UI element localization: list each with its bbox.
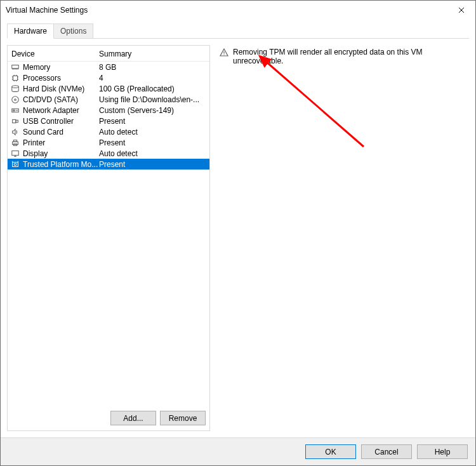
device-summary: Using file D:\Downloads\en-...	[99, 95, 207, 104]
device-name: Sound Card	[23, 128, 63, 136]
device-name: Memory	[23, 63, 50, 72]
column-header-device[interactable]: Device	[10, 50, 99, 58]
svg-point-16	[12, 85, 19, 88]
tabs: Hardware Options	[7, 23, 469, 39]
memory-icon	[10, 62, 20, 72]
device-row[interactable]: Processors4	[8, 72, 209, 83]
device-row[interactable]: DisplayAuto detect	[8, 148, 209, 159]
device-name: Processors	[23, 74, 61, 83]
device-cell: Printer	[10, 138, 99, 148]
device-row[interactable]: PrinterPresent	[8, 137, 209, 148]
cpu-icon	[10, 73, 20, 83]
svg-point-18	[15, 98, 17, 100]
window-title: Virtual Machine Settings	[6, 6, 447, 15]
device-cell: Display	[10, 149, 99, 159]
cd-icon	[10, 95, 20, 105]
tab-options[interactable]: Options	[53, 23, 93, 38]
display-icon	[10, 149, 20, 159]
column-header-summary[interactable]: Summary	[99, 50, 207, 58]
sound-icon	[10, 127, 20, 137]
device-cell: Hard Disk (NVMe)	[10, 84, 99, 94]
svg-line-36	[265, 61, 364, 147]
detail-panel: Removing TPM will render all encrypted d…	[218, 45, 469, 431]
close-icon	[458, 7, 465, 13]
svg-point-17	[12, 96, 19, 103]
device-summary: Custom (Servers-149)	[99, 106, 207, 115]
device-row[interactable]: USB ControllerPresent	[8, 116, 209, 126]
device-name: Trusted Platform Mo...	[23, 160, 98, 169]
disk-icon	[10, 84, 20, 94]
warning-icon	[219, 48, 229, 58]
device-summary: Present	[99, 117, 207, 126]
device-row[interactable]: Trusted Platform Mo...Present	[8, 159, 209, 170]
add-button[interactable]: Add...	[110, 411, 156, 425]
close-button[interactable]	[447, 1, 475, 20]
svg-rect-25	[13, 140, 17, 142]
device-cell: Trusted Platform Mo...	[10, 159, 99, 170]
svg-point-35	[223, 55, 224, 55]
device-list-buttons: Add... Remove	[8, 406, 209, 430]
device-list[interactable]: Memory8 GBProcessors4Hard Disk (NVMe)100…	[8, 62, 209, 406]
tab-hardware[interactable]: Hardware	[7, 23, 54, 39]
device-summary: Auto detect	[99, 128, 207, 136]
svg-rect-22	[13, 119, 16, 123]
device-cell: Sound Card	[10, 127, 99, 137]
svg-rect-23	[16, 120, 18, 123]
annotation-arrow	[249, 51, 376, 159]
device-name: Network Adapter	[23, 106, 79, 115]
warning-message: Removing TPM will render all encrypted d…	[219, 48, 468, 65]
device-cell: Processors	[10, 73, 99, 83]
printer-icon	[10, 138, 20, 148]
svg-rect-0	[12, 65, 19, 68]
device-list-header: Device Summary	[8, 46, 209, 62]
device-name: Hard Disk (NVMe)	[23, 84, 84, 93]
svg-rect-30	[13, 162, 18, 166]
ok-button[interactable]: OK	[305, 444, 356, 459]
tpm-icon	[10, 159, 20, 170]
remove-button[interactable]: Remove	[160, 411, 206, 425]
network-icon	[10, 105, 20, 116]
cancel-button[interactable]: Cancel	[361, 444, 412, 459]
device-summary: 100 GB (Preallocated)	[99, 84, 207, 93]
usb-icon	[10, 116, 20, 126]
footer-buttons: OK Cancel Help	[1, 437, 475, 465]
titlebar: Virtual Machine Settings	[1, 1, 475, 20]
content-area: Device Summary Memory8 GBProcessors4Hard…	[1, 39, 475, 437]
device-summary: Present	[99, 138, 207, 147]
device-cell: CD/DVD (SATA)	[10, 95, 99, 105]
svg-rect-7	[13, 76, 18, 80]
warning-text: Removing TPM will render all encrypted d…	[233, 48, 468, 65]
settings-window: Virtual Machine Settings Hardware Option…	[0, 0, 476, 466]
svg-rect-20	[13, 110, 15, 111]
help-button[interactable]: Help	[417, 444, 468, 459]
tabs-area: Hardware Options	[1, 20, 475, 39]
device-cell: Network Adapter	[10, 105, 99, 116]
device-name: Display	[23, 149, 48, 158]
device-row[interactable]: Sound CardAuto detect	[8, 126, 209, 137]
device-cell: Memory	[10, 62, 99, 72]
device-cell: USB Controller	[10, 116, 99, 126]
device-row[interactable]: Memory8 GB	[8, 62, 209, 72]
device-summary: 4	[99, 74, 207, 83]
device-summary: Auto detect	[99, 149, 207, 158]
device-row[interactable]: Network AdapterCustom (Servers-149)	[8, 105, 209, 116]
device-row[interactable]: Hard Disk (NVMe)100 GB (Preallocated)	[8, 83, 209, 94]
device-name: USB Controller	[23, 117, 74, 126]
device-list-panel: Device Summary Memory8 GBProcessors4Hard…	[7, 45, 210, 431]
device-summary: 8 GB	[99, 63, 207, 72]
device-summary: Present	[99, 160, 207, 169]
svg-rect-27	[12, 150, 19, 155]
svg-point-31	[14, 163, 17, 166]
device-name: Printer	[23, 138, 45, 147]
device-row[interactable]: CD/DVD (SATA)Using file D:\Downloads\en-…	[8, 94, 209, 105]
device-name: CD/DVD (SATA)	[23, 95, 78, 104]
